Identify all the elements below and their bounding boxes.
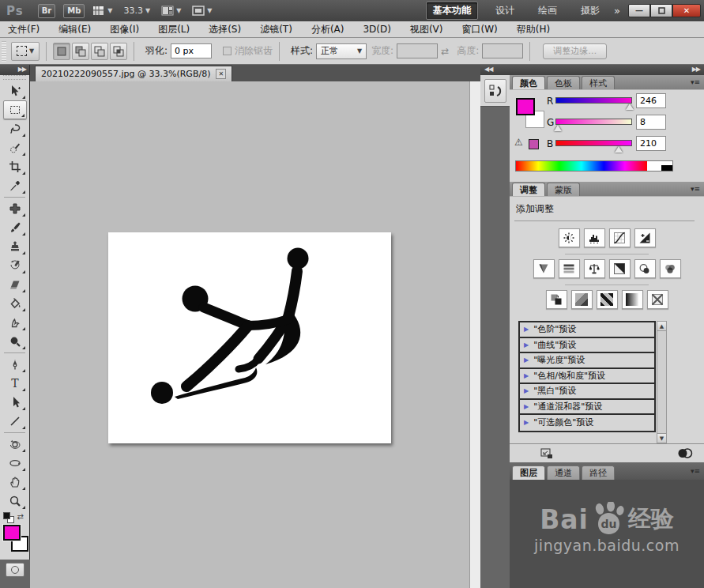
tab-颜色[interactable]: 颜色 [512,76,545,89]
levels-button[interactable] [584,228,605,247]
g-slider-track[interactable] [555,119,632,125]
type-tool-button[interactable]: T [3,374,27,393]
expand-triangle-icon[interactable]: ▶ [524,387,529,394]
black-white-button[interactable] [609,259,631,278]
preset-item-5[interactable]: ▶"通道混和器"预设 [520,400,654,416]
width-input[interactable] [397,43,438,58]
paint-bucket-tool-button[interactable] [3,294,27,313]
spectrum-black-swatch[interactable] [661,165,672,171]
preset-item-4[interactable]: ▶"黑白"预设 [520,384,654,400]
swap-colors-button[interactable]: ⇄ [17,512,24,521]
swap-dimensions-icon[interactable]: ⇄ [441,46,449,57]
color-spectrum-ramp[interactable] [515,160,673,172]
scroll-up-button[interactable]: ▲ [657,322,666,331]
feather-input[interactable] [171,43,212,58]
workspace-tab-摄影[interactable]: 摄影 [574,2,606,19]
3d-orbit-tool-button[interactable] [3,454,27,473]
preset-item-1[interactable]: ▶"曲线"预设 [520,338,654,354]
g-slider-thumb[interactable] [554,125,562,131]
antialias-checkbox[interactable] [223,47,232,55]
expand-triangle-icon[interactable]: ▶ [524,356,529,364]
channel-mixer-button[interactable] [660,259,681,278]
new-selection-button[interactable] [53,43,70,60]
workspace-tab-基本功能[interactable]: 基本功能 [426,2,478,20]
preset-item-0[interactable]: ▶"色阶"预设 [520,322,654,338]
g-value-input[interactable] [636,115,666,130]
menu-item-0[interactable]: 文件(F) [8,23,40,36]
tools-collapse-button[interactable]: ▶▶ [0,65,29,75]
hand-tool-button[interactable] [3,473,27,492]
expand-triangle-icon[interactable]: ▶ [524,403,529,410]
exposure-button[interactable] [634,228,656,247]
brightness-contrast-button[interactable] [559,228,580,247]
launch-mini-bridge-button[interactable]: Mb [63,4,85,18]
clip-to-layer-button[interactable] [677,447,693,462]
lasso-tool-button[interactable] [3,119,27,138]
launch-bridge-button[interactable]: Br [38,4,56,18]
invert-button[interactable] [546,290,567,309]
intersect-selection-button[interactable] [110,43,127,60]
zoom-tool-button[interactable] [3,492,27,511]
presets-scrollbar[interactable]: ▲ ▼ [657,321,667,443]
rectangular-marquee-tool-button[interactable] [3,100,27,119]
r-slider-track[interactable] [555,97,632,104]
tab-调整[interactable]: 调整 [512,183,545,196]
subtract-from-selection-button[interactable] [91,43,108,60]
tab-色板[interactable]: 色板 [547,76,580,89]
tab-图层[interactable]: 图层 [512,466,545,480]
expand-triangle-icon[interactable]: ▶ [524,326,529,333]
dock-expand-button[interactable]: ◀◀ [480,65,510,75]
preset-item-2[interactable]: ▶"曝光度"预设 [520,353,654,369]
spectrum-gradient[interactable] [516,161,647,171]
canvas-area[interactable] [30,81,469,588]
workspace-tab-设计[interactable]: 设计 [489,2,521,19]
document-tab[interactable]: 20210222090557.jpg @ 33.3%(RGB/8) ✕ [35,66,232,81]
scroll-down-button[interactable]: ▼ [657,433,666,443]
curves-button[interactable] [609,228,631,247]
posterize-button[interactable] [571,290,593,309]
height-input[interactable] [482,43,523,58]
screen-mode-button[interactable]: ▼ [192,6,212,16]
3d-rotate-tool-button[interactable] [3,435,27,454]
menu-item-3[interactable]: 图层(L) [158,23,190,36]
tab-路径[interactable]: 路径 [582,466,615,480]
menu-item-5[interactable]: 滤镜(T) [260,23,292,36]
quick-selection-tool-button[interactable] [3,138,27,157]
panel-menu-button[interactable]: ▾≡ [691,78,700,86]
line-tool-button[interactable] [3,412,27,431]
gradient-map-button[interactable] [622,290,643,309]
close-button[interactable]: ✕ [672,4,701,17]
workspace-overflow-button[interactable]: » [614,5,620,17]
r-value-input[interactable] [636,93,666,108]
preset-item-6[interactable]: ▶"可选颜色"预设 [520,415,654,431]
workspace-tab-绘画[interactable]: 绘画 [532,2,563,19]
panel-menu-button[interactable]: ▾≡ [691,467,700,475]
style-select[interactable]: 正常 ▼ [316,43,367,59]
options-bar-grip[interactable] [2,41,6,62]
foreground-color-swatch[interactable] [3,525,21,541]
eraser-tool-button[interactable] [3,275,27,294]
panel-menu-button[interactable]: ▾≡ [691,185,700,193]
gamut-warning-icon[interactable]: ⚠ [514,137,523,148]
zoom-level-value[interactable]: 33.3 [124,6,144,16]
restore-button[interactable] [650,4,672,17]
zoom-level-control[interactable]: 33.3 ▼ [124,6,151,16]
gamut-closest-color-swatch[interactable] [529,139,539,149]
expand-triangle-icon[interactable]: ▶ [524,341,529,349]
menu-item-9[interactable]: 窗口(W) [462,23,498,36]
spot-healing-brush-tool-button[interactable] [3,199,27,218]
preset-item-3[interactable]: ▶"色相/饱和度"预设 [520,369,654,385]
panel-foreground-swatch[interactable] [516,98,535,115]
tool-preset-picker[interactable]: ▼ [11,42,40,61]
tab-样式[interactable]: 样式 [582,76,615,89]
brush-tool-button[interactable] [3,218,27,237]
menu-item-8[interactable]: 视图(V) [410,23,443,36]
b-slider-thumb[interactable] [615,146,623,153]
tab-蒙版[interactable]: 蒙版 [547,183,580,196]
view-extras-button[interactable]: ▼ [92,6,112,17]
expand-triangle-icon[interactable]: ▶ [524,372,529,379]
menu-item-1[interactable]: 编辑(E) [58,23,91,36]
clone-stamp-tool-button[interactable] [3,237,27,256]
dock-collapse-button[interactable]: ▶▶ [510,65,704,75]
menu-item-6[interactable]: 分析(A) [311,23,344,36]
